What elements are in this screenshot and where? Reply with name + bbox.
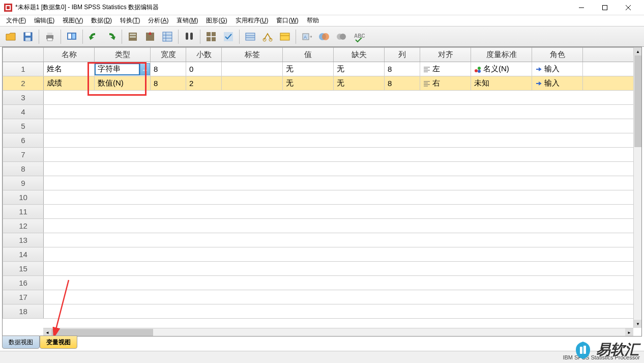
print-button[interactable] (42, 29, 57, 44)
cell-role[interactable]: 输入 (532, 62, 583, 76)
row-header[interactable]: 5 (3, 119, 44, 133)
variables-button[interactable] (160, 29, 175, 44)
empty-row[interactable] (44, 91, 641, 105)
row-header[interactable]: 16 (3, 276, 44, 290)
recall-dialog-button[interactable] (64, 29, 79, 44)
maximize-button[interactable] (593, 0, 617, 15)
row-header[interactable]: 17 (3, 290, 44, 304)
cell-values[interactable]: 无 (283, 76, 334, 91)
split-file-button[interactable] (203, 29, 219, 44)
cell-role[interactable]: 输入 (532, 76, 583, 91)
redo-button[interactable] (103, 29, 119, 44)
select-cases-button[interactable] (221, 29, 236, 44)
column-header-5[interactable]: 值 (283, 48, 334, 62)
empty-row[interactable] (44, 233, 641, 247)
menu-item-7[interactable]: 图形(G) (202, 15, 231, 26)
cell-label[interactable] (222, 62, 283, 76)
column-header-2[interactable]: 宽度 (151, 48, 186, 62)
column-header-10[interactable]: 角色 (532, 48, 583, 62)
row-header[interactable]: 11 (3, 205, 44, 219)
empty-row[interactable] (44, 290, 641, 304)
column-header-1[interactable]: 类型 (95, 48, 151, 62)
empty-row[interactable] (44, 176, 641, 190)
menu-item-2[interactable]: 视图(V) (58, 15, 87, 26)
empty-row[interactable] (44, 119, 641, 133)
cell-values[interactable]: 无 (283, 62, 334, 76)
column-header-7[interactable]: 列 (385, 48, 420, 62)
vscroll-thumb[interactable] (634, 55, 641, 147)
corner-cell[interactable] (3, 48, 44, 62)
cell-measure[interactable]: 未知 (471, 76, 532, 91)
cell-align[interactable]: 左 (420, 62, 471, 76)
hscroll-thumb[interactable] (51, 329, 153, 336)
menu-item-6[interactable]: 直销(M) (172, 15, 202, 26)
menu-item-0[interactable]: 文件(F) (2, 15, 30, 26)
cell-columns[interactable]: 8 (385, 76, 420, 91)
use-sets-button[interactable] (277, 29, 292, 44)
row-header[interactable]: 18 (3, 304, 44, 319)
menu-item-9[interactable]: 窗口(W) (272, 15, 302, 26)
cell-decimals[interactable]: 0 (186, 62, 222, 76)
column-header-0[interactable]: 名称 (44, 48, 95, 62)
weight-cases-button[interactable] (260, 29, 275, 44)
spell-check-button[interactable]: ABC (351, 29, 366, 44)
horizontal-scrollbar[interactable]: ◄ ► (43, 328, 633, 336)
row-header[interactable]: 13 (3, 233, 44, 247)
column-header-9[interactable]: 度量标准 (471, 48, 532, 62)
cell-width[interactable]: 8 (151, 76, 186, 91)
empty-row[interactable] (44, 148, 641, 162)
row-header[interactable]: 3 (3, 91, 44, 105)
row-header[interactable]: 10 (3, 190, 44, 205)
empty-row[interactable] (44, 190, 641, 205)
column-header-4[interactable]: 标签 (222, 48, 283, 62)
goto-variable-button[interactable] (142, 29, 158, 44)
row-header[interactable]: 6 (3, 133, 44, 148)
value-labels-button[interactable] (243, 29, 258, 44)
cell-align[interactable]: 右 (420, 76, 471, 91)
row-header[interactable]: 15 (3, 262, 44, 276)
empty-row[interactable] (44, 105, 641, 119)
vertical-scrollbar[interactable]: ▲ ▼ (633, 47, 641, 328)
undo-button[interactable] (86, 29, 101, 44)
cell-width[interactable]: 8 (151, 62, 186, 76)
column-header-8[interactable]: 对齐 (420, 48, 471, 62)
row-header[interactable]: 12 (3, 219, 44, 233)
menu-item-1[interactable]: 编辑(E) (30, 15, 58, 26)
menu-item-3[interactable]: 数据(D) (87, 15, 116, 26)
row-header[interactable]: 2 (3, 76, 44, 91)
cell-type-text[interactable]: 字符串 (95, 63, 140, 75)
row-header[interactable]: 14 (3, 247, 44, 262)
cell-columns[interactable]: 8 (385, 62, 420, 76)
scroll-down-button[interactable]: ▼ (634, 320, 642, 328)
empty-row[interactable] (44, 133, 641, 148)
menu-item-4[interactable]: 转换(T) (116, 15, 144, 26)
row-header[interactable]: 8 (3, 162, 44, 176)
empty-row[interactable] (44, 247, 641, 262)
cell-missing[interactable]: 无 (334, 76, 385, 91)
row-header[interactable]: 7 (3, 148, 44, 162)
minimize-button[interactable] (570, 0, 593, 15)
cell-missing[interactable]: 无 (334, 62, 385, 76)
cell-name[interactable]: 姓名 (44, 62, 95, 76)
empty-row[interactable] (44, 219, 641, 233)
row-header[interactable]: 1 (3, 62, 44, 76)
close-button[interactable] (617, 0, 640, 15)
scroll-right-button[interactable]: ► (625, 328, 633, 337)
menu-item-5[interactable]: 分析(A) (144, 15, 172, 26)
row-header[interactable]: 4 (3, 105, 44, 119)
tab-data-view[interactable]: 数据视图 (2, 336, 40, 349)
empty-row[interactable] (44, 162, 641, 176)
cell-decimals[interactable]: 2 (186, 76, 222, 91)
show-group-button[interactable] (334, 29, 349, 44)
cell-type[interactable]: 数值(N) (95, 76, 151, 91)
find-button[interactable] (182, 29, 197, 44)
cell-type-picker-button[interactable]: ... (140, 63, 150, 75)
cell-name[interactable]: 成绩 (44, 76, 95, 91)
menu-item-8[interactable]: 实用程序(U) (231, 15, 273, 26)
scroll-up-button[interactable]: ▲ (634, 47, 642, 55)
column-header-6[interactable]: 缺失 (334, 48, 385, 62)
column-header-3[interactable]: 小数 (186, 48, 222, 62)
show-selection-button[interactable] (316, 29, 332, 44)
cell-label[interactable] (222, 76, 283, 91)
cell-type-editing[interactable]: 字符串... (95, 62, 151, 76)
